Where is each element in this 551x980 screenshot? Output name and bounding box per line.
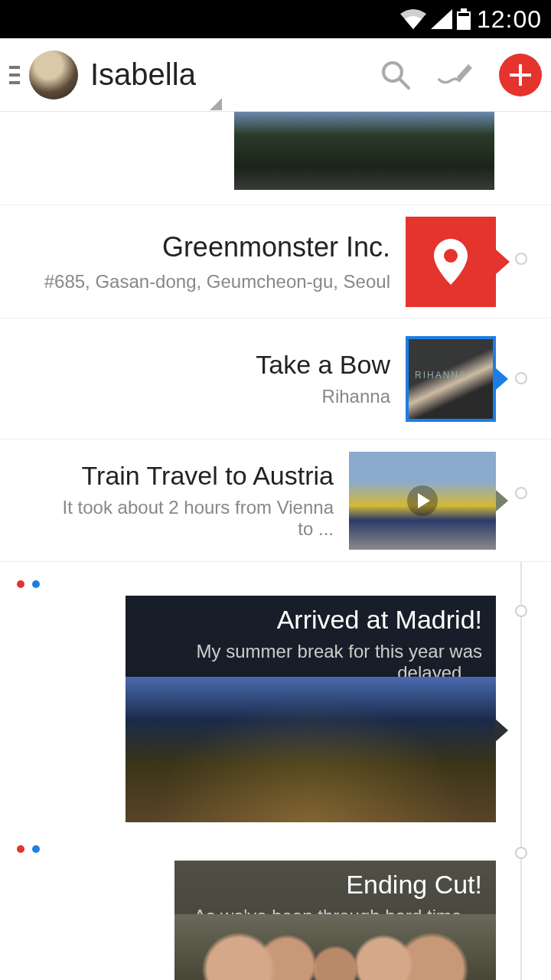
avatar[interactable] <box>29 51 78 100</box>
tag-dot-blue <box>32 845 40 853</box>
tag-dot-red <box>17 845 24 853</box>
app-header: Isabella <box>0 38 551 112</box>
svg-line-4 <box>399 79 409 88</box>
play-button[interactable] <box>407 485 438 516</box>
status-icons <box>400 8 471 30</box>
timeline-node <box>515 487 527 499</box>
post-title: Ending Cut! <box>188 870 482 900</box>
post-image: Ending Cut! As we've been through hard t… <box>174 861 496 980</box>
timeline-node <box>515 253 527 265</box>
location-card[interactable]: Greenmonster Inc. #685, Gasan-dong, Geum… <box>0 205 551 318</box>
tag-dot-blue <box>32 580 40 588</box>
search-button[interactable] <box>377 56 415 94</box>
group-photo <box>174 914 496 980</box>
location-pin-badge <box>406 217 496 307</box>
dropdown-indicator-icon <box>210 98 222 110</box>
music-card[interactable]: Take a Bow Rihanna RIHANNA <box>0 318 551 439</box>
music-artist: Rihanna <box>0 386 390 407</box>
play-icon <box>418 493 430 508</box>
pen-icon <box>438 59 476 91</box>
plus-icon <box>508 63 533 87</box>
post-tags <box>0 841 551 861</box>
location-title: Greenmonster Inc. <box>0 231 390 263</box>
post-image: Arrived at Madrid! My summer break for t… <box>126 596 496 822</box>
username-label: Isabella <box>90 57 196 91</box>
svg-rect-1 <box>461 8 467 11</box>
timeline-node <box>515 372 527 384</box>
map-pin-icon <box>434 239 468 285</box>
post-title: Arrived at Madrid! <box>139 605 482 635</box>
add-button[interactable] <box>499 54 542 96</box>
post-card[interactable]: Arrived at Madrid! My summer break for t… <box>0 576 551 822</box>
post-card[interactable]: Ending Cut! As we've been through hard t… <box>0 841 551 980</box>
svg-rect-2 <box>458 13 469 16</box>
album-text: RIHANNA <box>415 370 467 381</box>
video-title: Train Travel to Austria <box>46 461 334 491</box>
battery-icon <box>457 8 471 30</box>
album-art: RIHANNA <box>406 336 496 422</box>
wifi-icon <box>400 9 426 29</box>
user-dropdown[interactable]: Isabella <box>90 57 196 92</box>
status-bar: 12:00 <box>0 0 551 38</box>
timeline-node <box>515 847 527 859</box>
compose-button[interactable] <box>438 56 476 94</box>
city-photo <box>126 677 496 822</box>
video-thumbnail[interactable] <box>349 452 496 550</box>
tag-dot-red <box>17 580 24 588</box>
location-subtitle: #685, Gasan-dong, Geumcheon-gu, Seoul <box>0 271 390 292</box>
post-tags <box>0 576 551 596</box>
cell-signal-icon <box>431 9 452 29</box>
video-card[interactable]: Train Travel to Austria It took about 2 … <box>0 439 551 562</box>
card-pointer-icon <box>494 718 508 743</box>
feed: Greenmonster Inc. #685, Gasan-dong, Geum… <box>0 112 551 980</box>
timeline-node <box>515 605 527 617</box>
menu-button[interactable] <box>9 60 24 90</box>
status-time: 12:00 <box>477 5 542 34</box>
svg-point-7 <box>444 249 458 263</box>
video-subtitle: It took about 2 hours from Vienna to ... <box>46 497 334 540</box>
photo-card[interactable] <box>0 112 551 205</box>
photo-thumbnail <box>234 112 494 190</box>
search-icon <box>380 59 412 91</box>
music-title: Take a Bow <box>0 350 390 380</box>
